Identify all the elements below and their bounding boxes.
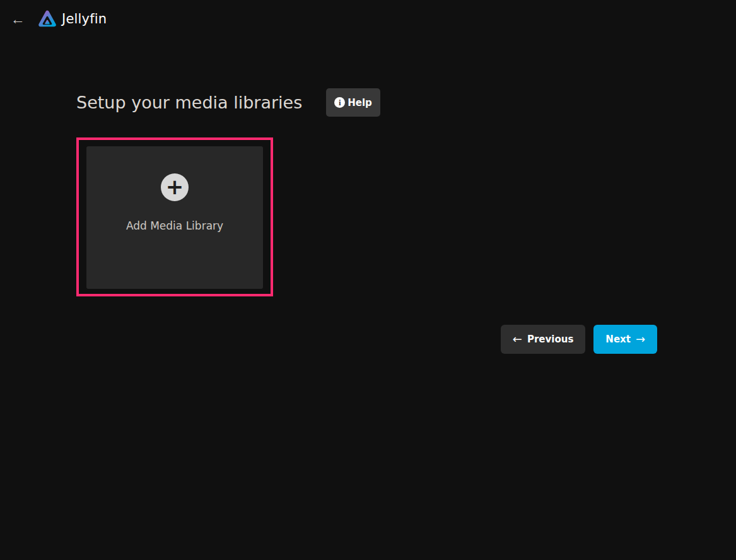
add-library-label: Add Media Library — [126, 219, 223, 232]
wizard-content: Setup your media libraries i Help + Add … — [0, 88, 736, 354]
next-button-label: Next — [605, 334, 631, 345]
app-name: Jellyfin — [62, 11, 107, 26]
arrow-left-icon: ← — [11, 11, 25, 27]
plus-icon: + — [161, 173, 189, 201]
app-brand: Jellyfin — [37, 8, 107, 31]
previous-button-label: Previous — [527, 334, 573, 345]
next-button[interactable]: Next → — [593, 325, 657, 354]
wizard-nav: ← Previous Next → — [76, 325, 657, 354]
page-title: Setup your media libraries — [76, 93, 302, 112]
arrow-right-icon: → — [636, 334, 645, 345]
info-icon: i — [334, 97, 345, 108]
add-library-card[interactable]: + Add Media Library — [76, 137, 273, 296]
back-button[interactable]: ← — [9, 9, 26, 28]
previous-button[interactable]: ← Previous — [501, 325, 586, 354]
help-button-label: Help — [348, 97, 372, 108]
plus-glyph: + — [166, 176, 184, 199]
add-library-card-body: + Add Media Library — [86, 146, 263, 289]
title-row: Setup your media libraries i Help — [76, 88, 657, 117]
arrow-left-icon: ← — [513, 334, 522, 345]
help-button[interactable]: i Help — [326, 88, 380, 117]
app-header: ← Jellyfin — [0, 0, 736, 38]
jellyfin-logo-icon — [37, 8, 58, 31]
